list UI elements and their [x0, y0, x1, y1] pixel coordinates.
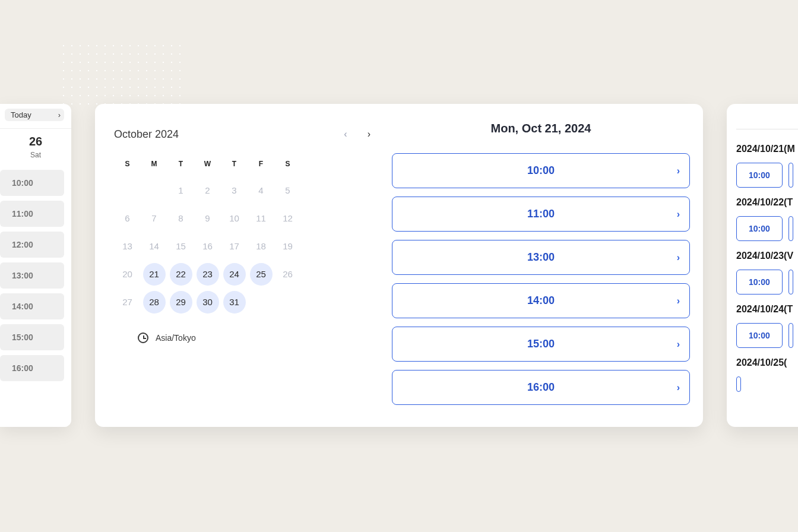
calendar-day — [248, 288, 274, 316]
booking-panel: October 2024 ‹ › SMTWTFS1234567891011121… — [95, 104, 703, 427]
list-day-label: 2024/10/21(M — [736, 144, 798, 154]
calendar-day: 10 — [221, 204, 248, 232]
calendar-day-available[interactable]: 24 — [221, 260, 248, 288]
calendar-day: 14 — [141, 232, 167, 260]
calendar-day-available[interactable]: 25 — [248, 260, 274, 288]
calendar-dow: W — [194, 155, 221, 176]
calendar-section: October 2024 ‹ › SMTWTFS1234567891011121… — [95, 104, 392, 427]
timeslot-section: Mon, Oct 21, 2024 10:00›11:00›13:00›14:0… — [392, 104, 703, 427]
timezone-label: Asia/Tokyo — [156, 333, 196, 343]
timezone-row[interactable]: Asia/Tokyo — [138, 332, 378, 343]
calendar-dow: S — [274, 155, 301, 176]
divider — [0, 128, 71, 129]
sidebar-slot[interactable]: 14:00 — [0, 293, 64, 319]
list-timeslot-chip[interactable] — [788, 270, 793, 294]
calendar-day: 5 — [274, 176, 301, 204]
list-timeslot-chip[interactable] — [788, 163, 793, 188]
calendar-day: 17 — [221, 232, 248, 260]
calendar-day: 11 — [248, 204, 274, 232]
decorative-dots — [59, 42, 184, 107]
chevron-right-icon: › — [677, 296, 680, 306]
list-timeslot-chip[interactable] — [736, 376, 741, 392]
calendar-day-available[interactable]: 29 — [167, 288, 194, 316]
sidebar-day-panel: Today › 26 Sat 10:0011:0012:0013:0014:00… — [0, 104, 71, 427]
prev-month-button[interactable]: ‹ — [341, 126, 349, 142]
sidebar-slot[interactable]: 15:00 — [0, 324, 64, 350]
chevron-right-icon: › — [368, 129, 370, 139]
timeslot-label: 13:00 — [527, 251, 555, 264]
list-timeslot-chip[interactable]: 10:00 — [736, 163, 783, 188]
list-day-chips: 10:00 — [736, 323, 798, 348]
calendar-day: 9 — [194, 204, 221, 232]
selected-date-heading: Mon, Oct 21, 2024 — [392, 122, 690, 135]
list-day-chips: 10:00 — [736, 163, 798, 188]
sidebar-slot[interactable]: 16:00 — [0, 355, 64, 381]
list-timeslot-chip[interactable]: 10:00 — [736, 216, 783, 241]
list-timeslot-chip[interactable] — [788, 323, 793, 348]
sidebar-date-day: Sat — [0, 151, 71, 159]
list-day-label: 2024/10/24(T — [736, 304, 798, 315]
calendar-day: 3 — [221, 176, 248, 204]
calendar-day: 7 — [141, 204, 167, 232]
next-month-button[interactable]: › — [365, 126, 373, 142]
calendar-day: 27 — [114, 288, 141, 316]
timeslot-label: 11:00 — [527, 208, 555, 220]
calendar-day-available[interactable]: 31 — [221, 288, 248, 316]
timeslot-button[interactable]: 11:00› — [392, 197, 690, 232]
sidebar-slot[interactable]: 13:00 — [0, 262, 64, 289]
calendar-day-available[interactable]: 23 — [194, 260, 221, 288]
calendar-day: 1 — [167, 176, 194, 204]
chevron-left-icon: ‹ — [344, 129, 347, 139]
calendar-day: 8 — [167, 204, 194, 232]
calendar-day: 6 — [114, 204, 141, 232]
sidebar-slot[interactable]: 10:00 — [0, 170, 64, 196]
calendar-day: 15 — [167, 232, 194, 260]
calendar-day-available[interactable]: 22 — [167, 260, 194, 288]
list-timeslot-chip[interactable]: 10:00 — [736, 270, 783, 294]
divider — [736, 129, 798, 129]
calendar-dow: T — [167, 155, 194, 176]
today-label: Today — [11, 110, 31, 119]
calendar-month-title: October 2024 — [114, 128, 179, 141]
calendar-day — [114, 176, 141, 204]
calendar-day: 16 — [194, 232, 221, 260]
today-button[interactable]: Today › — [5, 109, 64, 121]
timeslot-button[interactable]: 15:00› — [392, 327, 690, 362]
sidebar-date-number: 26 — [0, 135, 71, 148]
calendar-day — [141, 176, 167, 204]
list-day-label: 2024/10/25( — [736, 357, 798, 368]
calendar-day: 12 — [274, 204, 301, 232]
calendar-day: 20 — [114, 260, 141, 288]
chevron-right-icon: › — [677, 382, 680, 393]
chevron-right-icon: › — [677, 252, 680, 263]
timeslot-button[interactable]: 14:00› — [392, 283, 690, 318]
chevron-right-icon: › — [58, 110, 61, 119]
list-timeslot-chip[interactable] — [788, 216, 793, 241]
sidebar-slot[interactable]: 11:00 — [0, 201, 64, 227]
timeslot-button[interactable]: 10:00› — [392, 153, 690, 188]
timeslot-label: 10:00 — [527, 164, 555, 177]
fade-overlay — [0, 403, 71, 427]
calendar-day: 19 — [274, 232, 301, 260]
chevron-right-icon: › — [677, 209, 680, 220]
sidebar-slot[interactable]: 12:00 — [0, 232, 64, 258]
calendar-day: 18 — [248, 232, 274, 260]
timeslot-button[interactable]: 13:00› — [392, 240, 690, 275]
calendar-day: 4 — [248, 176, 274, 204]
calendar-day-available[interactable]: 21 — [141, 260, 167, 288]
clock-icon — [138, 332, 148, 343]
list-timeslot-chip[interactable]: 10:00 — [736, 323, 783, 348]
calendar-grid: SMTWTFS123456789101112131415161718192021… — [114, 155, 378, 316]
calendar-day-available[interactable]: 30 — [194, 288, 221, 316]
list-day-label: 2024/10/23(V — [736, 251, 798, 261]
calendar-header: October 2024 ‹ › — [114, 126, 378, 149]
timeslot-button[interactable]: 16:00› — [392, 370, 690, 405]
list-day-chips: 10:00 — [736, 216, 798, 241]
timeslot-label: 15:00 — [527, 338, 555, 350]
calendar-day: 13 — [114, 232, 141, 260]
calendar-dow: T — [221, 155, 248, 176]
list-day-chips — [736, 376, 798, 392]
calendar-day-available[interactable]: 28 — [141, 288, 167, 316]
chevron-right-icon: › — [677, 166, 680, 176]
calendar-dow: F — [248, 155, 274, 176]
